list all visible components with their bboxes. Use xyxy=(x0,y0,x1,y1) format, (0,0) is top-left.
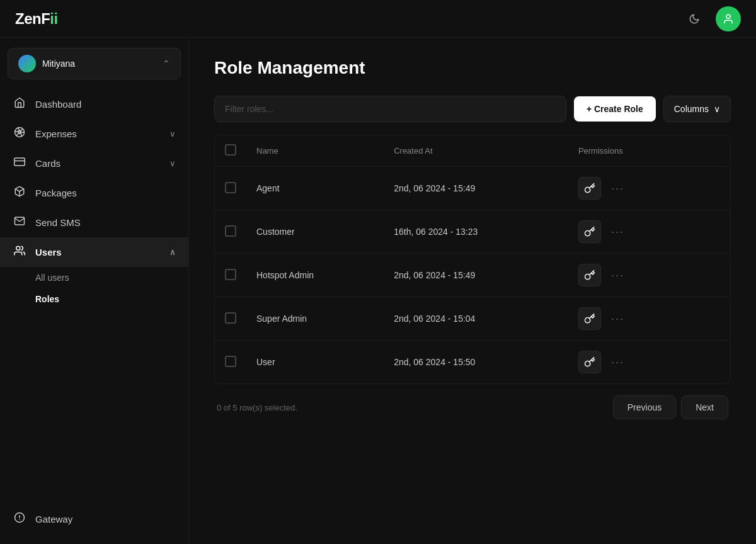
cards-chevron-icon: ∨ xyxy=(169,159,176,168)
permissions-key-button-2[interactable] xyxy=(578,220,601,243)
workspace-chevron-icon: ⌃ xyxy=(163,59,170,69)
row-checkbox-2[interactable] xyxy=(225,225,236,237)
row-checkbox-cell xyxy=(215,254,246,297)
row-more-button-5[interactable]: ··· xyxy=(606,354,629,370)
row-created-at-4: 2nd, 06 2024 - 15:04 xyxy=(384,297,568,341)
users-chevron-icon: ∧ xyxy=(169,247,176,257)
row-created-at-5: 2nd, 06 2024 - 15:50 xyxy=(384,341,568,384)
page-title: Role Management xyxy=(214,58,731,78)
row-checkbox-5[interactable] xyxy=(225,356,236,367)
sidebar-item-dashboard[interactable]: Dashboard xyxy=(0,89,188,119)
row-name-1: Agent xyxy=(246,167,384,210)
row-name-5: User xyxy=(246,341,384,384)
row-more-button-2[interactable]: ··· xyxy=(606,224,629,240)
row-checkbox-4[interactable] xyxy=(225,312,236,324)
users-subnav: All users Roles xyxy=(0,267,188,310)
row-checkbox-cell xyxy=(215,167,246,210)
sidebar-item-gateway[interactable]: Gateway xyxy=(0,504,188,534)
sidebar-item-roles[interactable]: Roles xyxy=(0,288,188,310)
table-footer: 0 of 5 row(s) selected. Previous Next xyxy=(214,384,731,422)
table-row: User 2nd, 06 2024 - 15:50 ··· xyxy=(215,341,730,384)
permissions-key-button-5[interactable] xyxy=(578,351,601,373)
workspace-name: Mitiyana xyxy=(42,59,156,69)
workspace-avatar xyxy=(18,55,36,72)
sidebar-item-send-sms[interactable]: Send SMS xyxy=(0,208,188,237)
permissions-key-button-3[interactable] xyxy=(578,264,601,286)
theme-toggle-button[interactable] xyxy=(683,8,706,30)
col-name: Name xyxy=(246,135,384,167)
workspace-selector[interactable]: Mitiyana ⌃ xyxy=(8,48,181,79)
content-area: Role Management + Create Role Columns ∨ xyxy=(189,38,756,544)
row-name-2: Customer xyxy=(246,210,384,254)
row-more-button-4[interactable]: ··· xyxy=(606,310,629,327)
row-count-label: 0 of 5 row(s) selected. xyxy=(217,403,297,412)
package-icon xyxy=(13,186,26,200)
svg-point-0 xyxy=(726,14,730,18)
sidebar-item-dashboard-label: Dashboard xyxy=(35,99,176,110)
row-checkbox-cell xyxy=(215,297,246,341)
users-icon xyxy=(13,245,26,259)
row-permissions-5: ··· xyxy=(568,341,694,384)
gateway-icon xyxy=(13,512,26,526)
table-header-row: Name Created At Permissions xyxy=(215,135,730,167)
permissions-key-button-1[interactable] xyxy=(578,177,601,200)
columns-chevron-icon: ∨ xyxy=(714,104,720,114)
row-permissions-4: ··· xyxy=(568,297,694,341)
columns-button[interactable]: Columns ∨ xyxy=(663,96,731,122)
row-permissions-1: ··· xyxy=(568,167,694,210)
columns-label: Columns xyxy=(674,104,709,114)
toolbar: + Create Role Columns ∨ xyxy=(214,96,731,122)
row-name-3: Hotspot Admin xyxy=(246,254,384,297)
sidebar: Mitiyana ⌃ Dashboard Expenses ∨ Cards ∨ xyxy=(0,38,189,544)
row-checkbox-3[interactable] xyxy=(225,269,236,280)
create-role-button[interactable]: + Create Role xyxy=(574,96,656,122)
sidebar-item-gateway-label: Gateway xyxy=(35,514,176,524)
row-checkbox-1[interactable] xyxy=(225,182,236,193)
row-more-button-3[interactable]: ··· xyxy=(606,267,629,283)
row-permissions-3: ··· xyxy=(568,254,694,297)
svg-point-5 xyxy=(16,246,20,250)
row-name-4: Super Admin xyxy=(246,297,384,341)
sidebar-item-users-label: Users xyxy=(35,247,161,258)
svg-rect-2 xyxy=(14,158,25,166)
sms-icon xyxy=(13,215,26,230)
row-checkbox-cell xyxy=(215,341,246,384)
row-more-button-1[interactable]: ··· xyxy=(606,180,629,196)
expenses-icon xyxy=(13,127,26,141)
sidebar-item-cards-label: Cards xyxy=(35,158,161,169)
table-row: Customer 16th, 06 2024 - 13:23 ··· xyxy=(215,210,730,254)
row-created-at-3: 2nd, 06 2024 - 15:49 xyxy=(384,254,568,297)
sidebar-item-all-users[interactable]: All users xyxy=(0,267,188,288)
row-checkbox-cell xyxy=(215,210,246,254)
user-icon xyxy=(723,13,734,25)
next-button[interactable]: Next xyxy=(681,395,728,419)
table-row: Super Admin 2nd, 06 2024 - 15:04 ··· xyxy=(215,297,730,341)
user-avatar-button[interactable] xyxy=(716,6,741,31)
topbar: ZenFii xyxy=(0,0,756,38)
moon-icon xyxy=(689,13,700,25)
sidebar-item-send-sms-label: Send SMS xyxy=(35,217,176,228)
card-icon xyxy=(13,156,26,171)
filter-roles-input[interactable] xyxy=(214,96,566,122)
col-checkbox xyxy=(215,135,246,167)
sidebar-item-expenses-label: Expenses xyxy=(35,128,161,139)
sidebar-item-packages-label: Packages xyxy=(35,188,176,198)
select-all-checkbox[interactable] xyxy=(225,144,236,156)
main-layout: Mitiyana ⌃ Dashboard Expenses ∨ Cards ∨ xyxy=(0,38,756,544)
home-icon xyxy=(13,97,26,111)
row-created-at-2: 16th, 06 2024 - 13:23 xyxy=(384,210,568,254)
col-actions-header xyxy=(694,135,730,167)
roles-table: Name Created At Permissions xyxy=(214,135,731,384)
logo: ZenFii xyxy=(15,10,58,28)
permissions-key-button-4[interactable] xyxy=(578,307,601,330)
row-permissions-2: ··· xyxy=(568,210,694,254)
table-row: Hotspot Admin 2nd, 06 2024 - 15:49 ··· xyxy=(215,254,730,297)
sidebar-item-cards[interactable]: Cards ∨ xyxy=(0,149,188,178)
sidebar-item-packages[interactable]: Packages xyxy=(0,178,188,208)
sidebar-item-expenses[interactable]: Expenses ∨ xyxy=(0,119,188,149)
create-role-label: + Create Role xyxy=(587,104,643,114)
topbar-icons xyxy=(683,6,741,31)
previous-button[interactable]: Previous xyxy=(613,395,676,419)
col-created-at: Created At xyxy=(384,135,568,167)
sidebar-item-users[interactable]: Users ∧ xyxy=(0,237,188,267)
